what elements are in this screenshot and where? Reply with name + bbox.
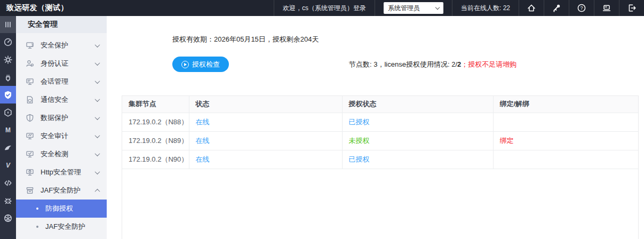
sidebar-group-label: 安全审计 — [41, 131, 96, 141]
chevron-down-icon — [95, 151, 100, 156]
sidebar-group-label: 安全检测 — [41, 149, 96, 159]
help-icon: ? — [577, 3, 586, 13]
sidebar-group-6[interactable]: 安全检测 — [16, 145, 107, 163]
rail-item-letter-m[interactable]: M — [0, 121, 16, 139]
rail-item-dashboard[interactable] — [0, 33, 16, 51]
play-icon — [181, 61, 189, 68]
rail-item-shield-check[interactable] — [0, 86, 16, 103]
monitor-lock-icon — [26, 168, 34, 177]
cell-action-empty — [493, 150, 638, 169]
cell-auth-status: 已授权 — [342, 150, 493, 169]
license-check-label: 授权检查 — [192, 60, 220, 69]
chevron-down-icon — [95, 169, 100, 174]
sidebar-group-1[interactable]: 身份认证 — [16, 54, 107, 73]
chevron-down-icon — [95, 115, 100, 120]
rail-item-bug[interactable] — [0, 192, 16, 209]
monitor-scan-icon — [26, 150, 34, 158]
column-header-3: 绑定/解绑 — [493, 96, 638, 113]
main-content: 授权有效期：2026年05月15日，授权剩余204天 授权检查 节点数: 3，l… — [107, 16, 644, 239]
table-body: 172.19.0.2（N88）在线已授权172.19.0.2（N89）在线未授权… — [122, 113, 638, 169]
cell-action-empty — [493, 113, 638, 131]
bullet-icon — [36, 208, 38, 210]
table-row: 172.19.0.2（N90）在线已授权 — [122, 150, 638, 169]
sidebar-group-8[interactable]: JAF安全防护 — [16, 181, 107, 200]
cluster-table-container: 集群节点状态授权状态绑定/解绑 172.19.0.2（N88）在线已授权172.… — [122, 95, 639, 239]
license-action-row: 授权检查 节点数: 3，license授权使用情况: 2/2；授权不足请增购 — [122, 57, 639, 72]
sidebar-subitem-label: JAF安全防护 — [45, 222, 85, 232]
menu-bars-icon — [3, 20, 13, 29]
monitor-button[interactable] — [594, 0, 619, 16]
sidebar-subitem-8-1[interactable]: JAF安全防护 — [16, 218, 107, 236]
bullet-icon — [36, 226, 38, 228]
table-row: 172.19.0.2（N89）在线未授权绑定 — [122, 131, 638, 150]
logout-button[interactable] — [619, 0, 644, 16]
shield-check-icon — [3, 90, 13, 100]
cell-status: 在线 — [189, 113, 342, 131]
chevron-down-icon — [95, 42, 100, 47]
nodes-usage-text: 节点数: 3，license授权使用情况: 2/2；授权不足请增购 — [349, 60, 516, 69]
gear-icon — [3, 55, 13, 65]
rail-item-bird[interactable] — [0, 139, 16, 156]
dashboard-icon — [3, 37, 13, 47]
app-title: 致远研发（测试） — [0, 0, 274, 16]
code-icon — [3, 178, 13, 188]
sidebar-group-label: 会话管理 — [41, 77, 96, 86]
svg-text:V: V — [6, 162, 11, 169]
sidebar-menu: 安全保护身份认证会话管理通信安全数据保护安全审计安全检测Http安全管理JAF安… — [16, 33, 107, 236]
plug-icon — [3, 73, 13, 82]
sidebar-group-2[interactable]: 会话管理 — [16, 73, 107, 91]
license-validity-text: 授权有效期：2026年05月15日，授权剩余204天 — [172, 35, 639, 44]
rail-item-gear[interactable] — [0, 51, 16, 68]
archive-icon — [26, 186, 34, 195]
chevron-up-icon — [95, 188, 100, 194]
role-select[interactable]: 系统管理员 — [384, 2, 443, 14]
shield-half-icon — [26, 114, 34, 122]
sidebar-group-4[interactable]: 数据保护 — [16, 109, 107, 127]
cell-status: 在线 — [189, 131, 342, 150]
wheel-icon — [3, 213, 13, 223]
sidebar: 安全管理 安全保护身份认证会话管理通信安全数据保护安全审计安全检测Http安全管… — [16, 16, 107, 239]
cell-status: 在线 — [189, 150, 342, 169]
cell-node: 172.19.0.2（N90） — [122, 150, 189, 169]
rail-item-plug[interactable] — [0, 68, 16, 86]
help-button[interactable]: ? — [569, 0, 594, 16]
letter-v-icon: V — [3, 161, 13, 170]
sidebar-group-5[interactable]: 安全审计 — [16, 127, 107, 145]
chevron-down-icon — [435, 5, 440, 9]
letter-m-icon: M — [3, 125, 13, 135]
sidebar-group-0[interactable]: 安全保护 — [16, 36, 107, 54]
role-select-section: 系统管理员 — [375, 0, 452, 16]
doc-shield-icon — [26, 95, 34, 104]
nodes-usage-prefix: 节点数: 3，license授权使用情况: — [349, 60, 451, 68]
key-icon — [552, 3, 561, 13]
sidebar-group-label: 数据保护 — [41, 113, 96, 123]
cluster-table: 集群节点状态授权状态绑定/解绑 172.19.0.2（N88）在线已授权172.… — [122, 96, 638, 169]
monitor-audit-icon — [26, 132, 34, 140]
key-button[interactable] — [544, 0, 569, 16]
sidebar-group-label: JAF安全防护 — [41, 186, 96, 195]
rail-item-menu-bars[interactable] — [0, 16, 16, 33]
bind-action-link[interactable]: 绑定 — [493, 131, 638, 150]
icon-rail: MV — [0, 16, 16, 239]
rail-item-code[interactable] — [0, 174, 16, 192]
sidebar-subitem-8-0[interactable]: 防御授权 — [16, 200, 107, 218]
sidebar-group-7[interactable]: Http安全管理 — [16, 163, 107, 181]
chevron-down-icon — [95, 133, 100, 138]
logout-icon — [627, 3, 637, 13]
monitor-shield-icon — [26, 41, 34, 50]
rail-item-wheel[interactable] — [0, 209, 16, 227]
license-check-button[interactable]: 授权检查 — [172, 57, 229, 72]
bird-icon — [3, 143, 13, 153]
bug-icon — [3, 196, 13, 205]
sidebar-group-3[interactable]: 通信安全 — [16, 91, 107, 109]
column-header-2: 授权状态 — [342, 96, 493, 113]
chevron-down-icon — [95, 78, 100, 84]
cell-node: 172.19.0.2（N88） — [122, 113, 189, 131]
rail-item-letter-v[interactable]: V — [0, 156, 16, 174]
rail-item-hexagon-bolt[interactable] — [0, 103, 16, 121]
sidebar-group-label: 安全保护 — [41, 41, 96, 50]
user-gear-icon — [26, 59, 34, 68]
column-header-1: 状态 — [189, 96, 342, 113]
topbar-icon-group: ? — [519, 0, 644, 16]
home-button[interactable] — [519, 0, 544, 16]
